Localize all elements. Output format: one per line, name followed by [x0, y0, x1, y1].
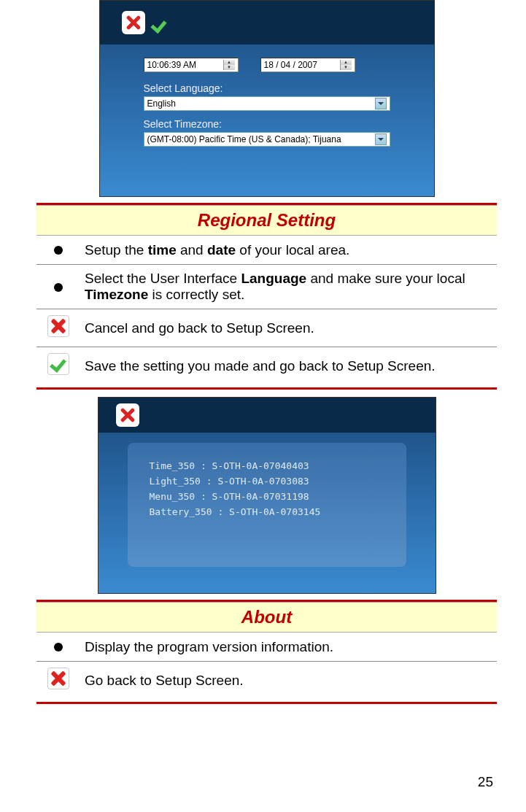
table-row: Cancel and go back to Setup Screen.: [36, 309, 497, 347]
timezone-value: (GMT-08:00) Pacific Time (US & Canada); …: [147, 134, 341, 144]
page-number: 25: [478, 774, 493, 790]
table-row: Setup the time and date of your local ar…: [36, 236, 497, 265]
version-line: Menu_350 : S-OTH-0A-07031198: [150, 491, 384, 502]
time-input[interactable]: 10:06:39 AM ▲▼: [144, 58, 239, 72]
date-input[interactable]: 18 / 04 / 2007 ▲▼: [260, 58, 355, 72]
row-text: Select the User Interface Language and m…: [80, 265, 497, 309]
language-dropdown[interactable]: English: [144, 96, 390, 111]
row-text: Go back to Setup Screen.: [80, 662, 497, 700]
bullet-icon: [54, 643, 63, 651]
date-value: 18 / 04 / 2007: [264, 60, 317, 70]
timezone-dropdown[interactable]: (GMT-08:00) Pacific Time (US & Canada); …: [144, 132, 390, 147]
chevron-down-icon: [375, 134, 387, 145]
cancel-icon: [47, 315, 69, 337]
divider: [36, 702, 497, 704]
table-row: Select the User Interface Language and m…: [36, 265, 497, 309]
regional-setting-screenshot: 10:06:39 AM ▲▼ 18 / 04 / 2007 ▲▼ Select …: [99, 0, 435, 197]
version-line: Time_350 : S-OTH-0A-07040403: [150, 460, 384, 471]
save-icon: [47, 353, 69, 375]
chevron-down-icon: [375, 98, 387, 109]
row-text: Save the setting you made and go back to…: [80, 347, 497, 385]
row-text: Display the program version information.: [80, 633, 497, 662]
cancel-icon: [122, 11, 145, 34]
about-table: Display the program version information.…: [36, 633, 497, 699]
time-spinner[interactable]: ▲▼: [223, 60, 235, 70]
section-title-about: About: [36, 602, 497, 633]
bullet-icon: [54, 246, 63, 255]
row-text: Setup the time and date of your local ar…: [80, 236, 497, 265]
table-row: Save the setting you made and go back to…: [36, 347, 497, 385]
version-line: Light_350 : S-OTH-0A-0703083: [150, 476, 384, 487]
table-row: Display the program version information.: [36, 633, 497, 662]
time-value: 10:06:39 AM: [147, 60, 196, 70]
version-line: Battery_350 : S-OTH-0A-0703145: [150, 506, 384, 517]
about-screenshot: Time_350 : S-OTH-0A-07040403 Light_350 :…: [98, 397, 436, 594]
table-row: Go back to Setup Screen.: [36, 662, 497, 700]
cancel-icon: [116, 403, 139, 427]
section-title-regional: Regional Setting: [36, 205, 497, 236]
language-label: Select Language:: [144, 82, 390, 94]
save-icon: [151, 12, 171, 33]
bullet-icon: [54, 283, 63, 292]
language-value: English: [147, 98, 176, 109]
cancel-icon: [47, 668, 69, 689]
regional-setting-table: Setup the time and date of your local ar…: [36, 236, 497, 384]
row-text: Cancel and go back to Setup Screen.: [80, 309, 497, 347]
timezone-label: Select Timezone:: [144, 118, 390, 130]
divider: [36, 387, 497, 390]
date-spinner[interactable]: ▲▼: [340, 60, 352, 70]
